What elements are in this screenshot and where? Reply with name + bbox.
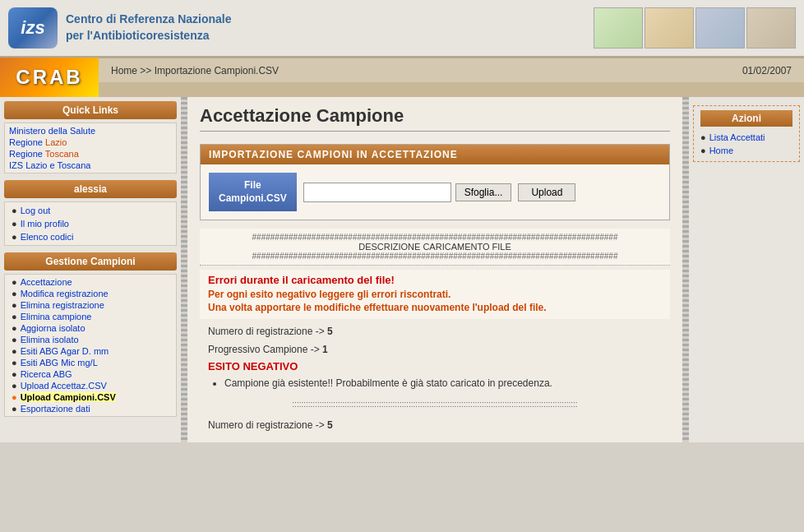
izs-logo: izs	[8, 7, 58, 49]
separator-dots: ::::::::::::::::::::::::::::::::::::::::…	[200, 396, 670, 413]
error-list-item: Campione già esistente!! Probabilmente è…	[224, 377, 662, 389]
sidebar-link-lazio[interactable]: Regione Lazio	[9, 136, 172, 148]
sidebar-item-upload-campioni[interactable]: ● Upload Campioni.CSV	[12, 391, 169, 403]
header-left: izs Centro di Referenza Nazionale per l'…	[8, 7, 232, 49]
sidebar-link-izs[interactable]: IZS Lazio e Toscana	[9, 160, 172, 171]
quicklinks-header: Quick Links	[4, 101, 177, 119]
quicklinks-links: Ministero della Salute Regione Lazio Reg…	[4, 123, 177, 173]
sidebar-item-esiti-agar[interactable]: ● Esiti ABG Agar D. mm	[12, 345, 169, 357]
sidebar-item-elimina-iso[interactable]: ● Elimina isolato	[12, 334, 169, 345]
page-title: Accettazione Campione	[200, 105, 670, 132]
user-header: alessia	[4, 180, 177, 198]
desc-label: DESCRIZIONE CARICAMENTO FILE	[208, 242, 662, 252]
num-reg-line-1: Numero di registrazione -> 5	[208, 326, 662, 337]
vertical-separator-right	[682, 97, 689, 442]
file-input-area: Sfoglia...	[303, 183, 512, 202]
azioni-item-home[interactable]: ● Home	[700, 144, 792, 157]
sidebar-item-profilo[interactable]: ● Il mio profilo	[12, 217, 169, 230]
header: izs Centro di Referenza Nazionale per l'…	[0, 0, 804, 58]
header-images	[594, 7, 796, 49]
breadcrumb: Home >> Importazione Campioni.CSV	[111, 65, 279, 76]
sidebar-item-modifica[interactable]: ● Modifica registrazione	[12, 288, 169, 299]
user-links: ● Log out ● Il mio profilo ● Elenco codi…	[4, 201, 177, 246]
breadcrumb-bar: Home >> Importazione Campioni.CSV 01/02/…	[99, 58, 804, 82]
sidebar-item-elimina-reg[interactable]: ● Elimina registrazione	[12, 299, 169, 311]
nav-content: Home >> Importazione Campioni.CSV 01/02/…	[99, 58, 804, 97]
sidebar-item-accettazione[interactable]: ● Accettazione	[12, 276, 169, 288]
import-header: IMPORTAZIONE CAMPIONI IN ACCETTAZIONE	[201, 145, 669, 164]
izs-title: Centro di Referenza Nazionale per l'Anti…	[66, 12, 232, 44]
header-img-1	[594, 7, 643, 49]
gestione-section: Gestione Campioni ● Accettazione ● Modif…	[4, 252, 177, 417]
home-link[interactable]: Home	[709, 146, 733, 155]
lista-accettati-link[interactable]: Lista Accettati	[709, 132, 765, 142]
esito-negativo: ESITO NEGATIVO	[208, 360, 662, 372]
crab-bar: CRAB Home >> Importazione Campioni.CSV 0…	[0, 58, 804, 97]
hash-line-1: ########################################…	[208, 233, 662, 242]
sidebar-item-logout[interactable]: ● Log out	[12, 204, 169, 217]
sidebar-item-codici[interactable]: ● Elenco codici	[12, 230, 169, 243]
layout: Quick Links Ministero della Salute Regio…	[0, 97, 804, 442]
import-section: IMPORTAZIONE CAMPIONI IN ACCETTAZIONE Fi…	[200, 144, 670, 220]
main-content: Accettazione Campione IMPORTAZIONE CAMPI…	[187, 97, 682, 442]
bullet-icon-2: ●	[700, 146, 706, 155]
header-img-4	[746, 7, 796, 49]
error-list: Campione già esistente!! Probabilmente è…	[224, 377, 662, 389]
breadcrumb-home-link[interactable]: Home	[111, 65, 137, 76]
sidebar-item-elimina-camp[interactable]: ● Elimina campione	[12, 311, 169, 322]
error-msg-1: Per ogni esito negativo leggere gli erro…	[208, 289, 662, 300]
sidebar-link-ministero[interactable]: Ministero della Salute	[9, 125, 172, 136]
num-reg-line-2: Numero di registrazione -> 5	[208, 419, 662, 431]
vertical-separator	[181, 97, 187, 442]
gestione-links: ● Accettazione ● Modifica registrazione …	[4, 274, 177, 417]
azioni-section: Azioni ● Lista Accettati ● Home	[693, 105, 800, 162]
right-panel: Azioni ● Lista Accettati ● Home	[689, 97, 804, 442]
browse-button[interactable]: Sfoglia...	[455, 183, 512, 201]
header-img-3	[695, 7, 745, 49]
sidebar: Quick Links Ministero della Salute Regio…	[0, 97, 181, 442]
user-section: alessia ● Log out ● Il mio profilo ● Ele…	[4, 180, 177, 246]
sidebar-link-toscana[interactable]: Regione Toscana	[9, 148, 172, 160]
hash-line-2: ########################################…	[208, 252, 662, 261]
upload-button[interactable]: Upload	[518, 183, 575, 201]
sidebar-item-ricerca[interactable]: ● Ricerca ABG	[12, 368, 169, 380]
azioni-header: Azioni	[700, 110, 792, 127]
sidebar-item-upload-accett[interactable]: ● Upload Accettaz.CSV	[12, 380, 169, 391]
error-msg-2: Una volta apportare le modifiche effettu…	[208, 302, 662, 313]
izs-logo-text: izs	[21, 17, 44, 39]
description-area: ########################################…	[200, 229, 670, 266]
bullet-icon: ●	[700, 132, 706, 142]
sidebar-item-esiti-mic[interactable]: ● Esiti ABG Mic mg/L	[12, 357, 169, 368]
error-section: Errori durante il caricamento del file! …	[200, 270, 670, 319]
gestione-header: Gestione Campioni	[4, 252, 177, 271]
crab-logo-text: CRAB	[16, 66, 82, 89]
file-campioni-button[interactable]: FileCampioni.CSV	[209, 173, 297, 211]
sidebar-item-aggiorna[interactable]: ● Aggiorna isolato	[12, 322, 169, 334]
azioni-item-lista[interactable]: ● Lista Accettati	[700, 131, 792, 144]
progressivo-line: Progressivo Campione -> 1	[208, 344, 662, 355]
file-input[interactable]	[303, 183, 451, 202]
crab-logo: CRAB	[0, 58, 99, 97]
sidebar-item-esportazione[interactable]: ● Esportazione dati	[12, 403, 169, 414]
import-body: FileCampioni.CSV Sfoglia... Upload	[201, 164, 669, 220]
quicklinks-section: Quick Links Ministero della Salute Regio…	[4, 101, 177, 173]
breadcrumb-date: 01/02/2007	[742, 65, 792, 76]
header-img-2	[645, 7, 694, 49]
error-title: Errori durante il caricamento del file!	[208, 274, 662, 286]
